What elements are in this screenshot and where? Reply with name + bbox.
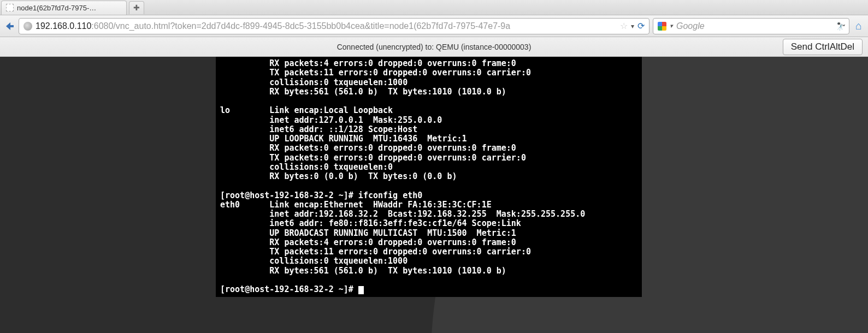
url-dropdown-icon[interactable]: ▾ <box>631 22 634 30</box>
tab-title: node1(62b7fd7d-7975-… <box>17 4 96 12</box>
console-area: RX packets:4 errors:0 dropped:0 overruns… <box>0 57 868 333</box>
plus-icon: ✚ <box>133 3 140 12</box>
reload-icon[interactable]: ⟳ <box>637 21 645 31</box>
send-ctrl-alt-del-button[interactable]: Send CtrlAltDel <box>783 39 863 55</box>
home-icon: ⌂ <box>855 20 862 32</box>
vnc-toolbar: Connected (unencrypted) to: QEMU (instan… <box>0 37 868 57</box>
tab-bar: node1(62b7fd7d-7975-… ✚ <box>0 0 868 15</box>
browser-tab[interactable]: node1(62b7fd7d-7975-… <box>1 1 127 15</box>
arrow-left-icon <box>4 21 15 32</box>
tab-favicon <box>6 4 14 11</box>
back-button[interactable] <box>3 20 15 32</box>
nav-bar: 192.168.0.110:6080/vnc_auto.html?token=2… <box>0 15 868 37</box>
url-rest: :6080/vnc_auto.html?token=2dd7d4dc-f899-… <box>91 21 510 31</box>
home-button[interactable]: ⌂ <box>853 20 865 32</box>
google-icon <box>658 22 666 31</box>
bookmark-star-icon[interactable]: ☆ <box>620 21 628 31</box>
url-host: 192.168.0.110 <box>36 21 91 31</box>
address-bar[interactable]: 192.168.0.110:6080/vnc_auto.html?token=2… <box>19 18 649 34</box>
terminal-cursor <box>358 286 364 294</box>
connection-status: Connected (unencrypted) to: QEMU (instan… <box>337 43 532 51</box>
globe-icon <box>23 22 32 31</box>
search-bar[interactable]: ▾ Google 🔭 <box>653 18 849 34</box>
binoculars-icon[interactable]: 🔭 <box>835 22 845 31</box>
chevron-down-icon[interactable]: ▾ <box>670 22 673 29</box>
search-placeholder: Google <box>676 21 705 31</box>
new-tab-button[interactable]: ✚ <box>129 1 144 14</box>
terminal[interactable]: RX packets:4 errors:0 dropped:0 overruns… <box>216 57 642 297</box>
url-text: 192.168.0.110:6080/vnc_auto.html?token=2… <box>36 21 510 31</box>
